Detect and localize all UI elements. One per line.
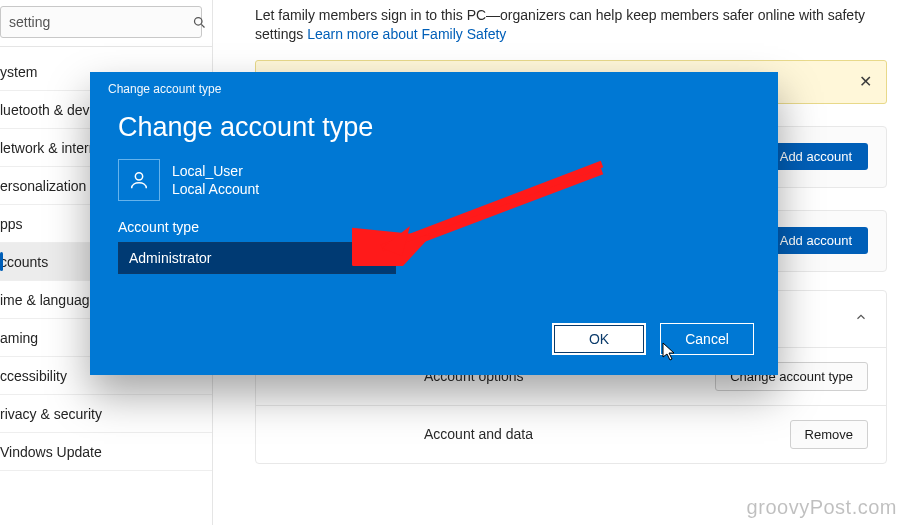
search-input[interactable]: [1, 10, 192, 34]
dialog-titlebar: Change account type: [90, 72, 778, 96]
dropdown-selected: Administrator: [129, 250, 211, 266]
learn-more-link[interactable]: Learn more about Family Safety: [307, 26, 506, 42]
cancel-button[interactable]: Cancel: [660, 323, 754, 355]
account-type-label: Account type: [90, 201, 778, 239]
family-safety-intro: Let family members sign in to this PC—or…: [255, 6, 887, 44]
close-icon[interactable]: ✕: [859, 72, 872, 91]
remove-button[interactable]: Remove: [790, 420, 868, 449]
search-icon: [192, 15, 207, 30]
user-avatar-icon: [118, 159, 160, 201]
dialog-heading: Change account type: [90, 96, 778, 143]
sidebar-item-update[interactable]: Vindows Update: [0, 433, 212, 471]
search-box[interactable]: [0, 6, 202, 38]
ok-button[interactable]: OK: [552, 323, 646, 355]
sidebar-item-privacy[interactable]: rivacy & security: [0, 395, 212, 433]
add-account-button[interactable]: Add account: [764, 227, 868, 254]
account-type-dropdown[interactable]: Administrator: [118, 242, 396, 274]
change-account-type-dialog: Change account type Change account type …: [90, 72, 778, 375]
user-name: Local_User: [172, 162, 259, 180]
account-data-row: Account and data Remove: [256, 405, 886, 463]
chevron-up-icon: [854, 310, 868, 327]
user-subtitle: Local Account: [172, 180, 259, 198]
chevron-down-icon: [374, 252, 385, 265]
svg-point-2: [135, 173, 142, 180]
svg-point-0: [195, 17, 203, 25]
account-data-label: Account and data: [424, 426, 533, 442]
svg-line-1: [201, 24, 204, 27]
add-account-button[interactable]: Add account: [764, 143, 868, 170]
